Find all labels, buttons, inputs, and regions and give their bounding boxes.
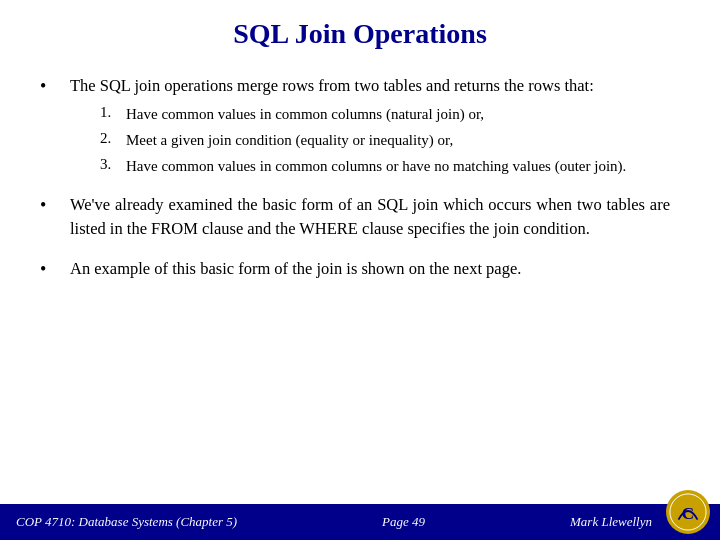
bullet-3: • An example of this basic form of the j… (40, 257, 670, 281)
numbered-text-1-2: Meet a given join condition (equality or… (126, 130, 670, 151)
numbered-item-1-3: 3. Have common values in common columns … (100, 156, 670, 177)
numbered-label-1-1: 1. (100, 104, 118, 121)
slide: SQL Join Operations • The SQL join opera… (0, 0, 720, 540)
numbered-label-1-2: 2. (100, 130, 118, 147)
bullet-dot-3: • (40, 259, 60, 280)
footer: COP 4710: Database Systems (Chapter 5) P… (0, 504, 720, 540)
bullet-1-text: The SQL join operations merge rows from … (70, 74, 670, 98)
bullet-2-text: We've already examined the basic form of… (70, 193, 670, 241)
numbered-text-1-1: Have common values in common columns (na… (126, 104, 670, 125)
slide-title: SQL Join Operations (0, 0, 720, 64)
bullet-3-text: An example of this basic form of the joi… (70, 257, 670, 281)
bullet-2: • We've already examined the basic form … (40, 193, 670, 241)
numbered-item-1-1: 1. Have common values in common columns … (100, 104, 670, 125)
footer-center: Page 49 (382, 514, 425, 530)
footer-left: COP 4710: Database Systems (Chapter 5) (16, 514, 237, 530)
numbered-item-1-2: 2. Meet a given join condition (equality… (100, 130, 670, 151)
slide-content: • The SQL join operations merge rows fro… (0, 64, 720, 504)
footer-right: Mark Llewellyn (570, 514, 652, 530)
bullet-dot-2: • (40, 195, 60, 216)
footer-logo: C (666, 490, 710, 534)
numbered-text-1-3: Have common values in common columns or … (126, 156, 670, 177)
numbered-list-1: 1. Have common values in common columns … (70, 104, 670, 177)
bullet-1: • The SQL join operations merge rows fro… (40, 74, 670, 177)
numbered-label-1-3: 3. (100, 156, 118, 173)
bullet-dot-1: • (40, 76, 60, 97)
